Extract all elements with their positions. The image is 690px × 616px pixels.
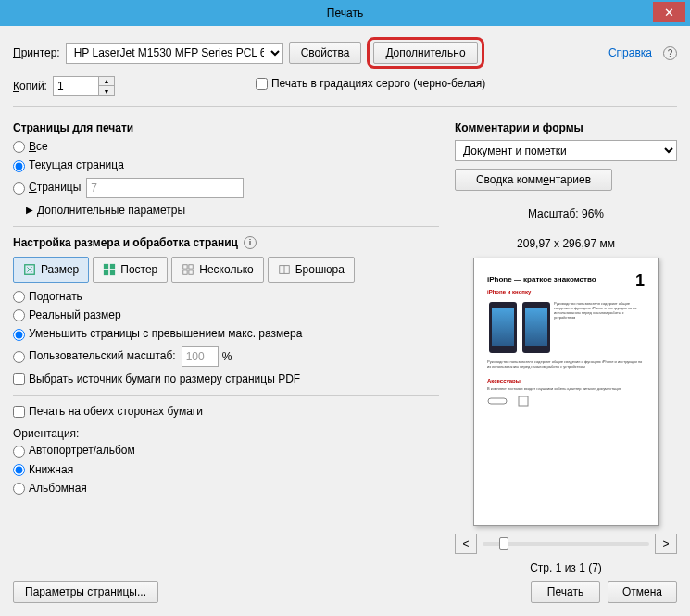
next-page-button[interactable]: >	[655, 534, 677, 554]
svg-rect-1	[104, 264, 108, 269]
svg-rect-4	[110, 270, 115, 275]
preview-page: 1 iPhone — краткое знакомство iPhone и к…	[473, 258, 659, 526]
printer-label: Принтер:	[13, 46, 60, 59]
svg-rect-11	[488, 398, 507, 404]
spin-up[interactable]: ▲	[99, 77, 114, 86]
svg-rect-12	[519, 396, 528, 406]
info-icon[interactable]: i	[244, 236, 257, 249]
grayscale-checkbox[interactable]: Печать в градациях серого (черно-белая)	[256, 77, 485, 90]
phone-image	[489, 302, 517, 353]
window-title: Печать	[327, 6, 363, 19]
tab-multiple[interactable]: Несколько	[171, 257, 263, 283]
pages-range-input[interactable]	[86, 178, 244, 198]
tab-booklet[interactable]: Брошюра	[268, 257, 355, 283]
multiple-icon	[182, 263, 194, 276]
copies-spinner[interactable]: ▲▼	[53, 76, 115, 96]
radio-portrait[interactable]: Книжная	[13, 463, 73, 476]
accessory-icon	[513, 395, 533, 408]
sizing-title: Настройка размера и обработка страниц	[13, 236, 238, 249]
page-info: Стр. 1 из 1 (7)	[455, 561, 677, 574]
radio-fit[interactable]: Подогнать	[13, 290, 82, 303]
svg-rect-8	[189, 270, 193, 274]
radio-auto-orient[interactable]: Автопортрет/альбом	[13, 444, 135, 457]
tab-poster[interactable]: Постер	[93, 257, 168, 283]
svg-rect-6	[189, 264, 193, 268]
percent-label: %	[222, 350, 232, 363]
advanced-button[interactable]: Дополнительно	[373, 42, 477, 64]
pages-title: Страницы для печати	[13, 121, 439, 134]
chapter-number: 1	[635, 271, 645, 291]
svg-rect-7	[183, 270, 187, 274]
svg-rect-2	[110, 264, 115, 269]
copies-input[interactable]	[53, 76, 99, 96]
comments-select[interactable]: Документ и пометки	[455, 140, 677, 161]
radio-shrink[interactable]: Уменьшить страницы с превышением макс. р…	[13, 327, 302, 340]
orientation-label: Ориентация:	[13, 427, 439, 440]
comments-title: Комментарии и формы	[455, 121, 677, 134]
phone-image	[522, 302, 550, 353]
check-paper-source[interactable]: Выбрать источник бумаги по размеру стран…	[13, 372, 300, 385]
preview-section1: iPhone и кнопку	[487, 289, 645, 295]
summarize-button[interactable]: Сводка комментариев	[455, 169, 612, 191]
preview-text: В комплект поставки входят наушники кабе…	[487, 386, 645, 391]
help-link[interactable]: Справка	[608, 46, 652, 59]
properties-button[interactable]: Свойства	[289, 42, 362, 64]
accessory-icon	[487, 395, 508, 408]
print-button[interactable]: Печать	[531, 581, 600, 603]
size-icon	[23, 263, 36, 276]
help-icon[interactable]: ?	[663, 46, 677, 60]
poster-icon	[103, 263, 116, 276]
page-slider[interactable]	[483, 542, 649, 546]
radio-range[interactable]: Страницы	[13, 181, 81, 194]
preview-title: iPhone — краткое знакомство	[487, 275, 645, 283]
page-setup-button[interactable]: Параметры страницы...	[13, 581, 158, 603]
scale-label: Масштаб: 96%	[455, 207, 677, 220]
check-duplex[interactable]: Печать на обеих сторонах бумаги	[13, 405, 203, 418]
close-button[interactable]: ✕	[653, 2, 685, 22]
prev-page-button[interactable]: <	[455, 534, 477, 554]
custom-scale-input[interactable]	[182, 346, 219, 367]
svg-rect-3	[104, 270, 108, 275]
radio-all[interactable]: Все	[13, 140, 48, 153]
preview-section2: Аксессуары	[487, 378, 645, 383]
copies-label: Копий:	[13, 80, 47, 93]
radio-current[interactable]: Текущая страница	[13, 158, 124, 171]
spin-down[interactable]: ▼	[99, 86, 114, 95]
cancel-button[interactable]: Отмена	[608, 581, 677, 603]
radio-landscape[interactable]: Альбомная	[13, 482, 87, 495]
preview-text: Руководство пользователя содержит общие …	[487, 359, 645, 369]
tab-size[interactable]: Размер	[13, 257, 89, 283]
booklet-icon	[278, 263, 291, 276]
printer-select[interactable]: HP LaserJet M1530 MFP Series PCL 6 (кoп	[66, 43, 283, 64]
radio-actual[interactable]: Реальный размер	[13, 308, 121, 321]
advanced-highlight: Дополнительно	[367, 37, 483, 69]
svg-rect-5	[183, 264, 187, 268]
dimensions-label: 209,97 x 296,97 мм	[455, 237, 677, 250]
preview-text: Руководство пользователя содержит общие …	[554, 301, 645, 357]
radio-custom[interactable]: Пользовательский масштаб:	[13, 349, 176, 362]
more-options-toggle[interactable]: ▶Дополнительные параметры	[26, 204, 439, 217]
